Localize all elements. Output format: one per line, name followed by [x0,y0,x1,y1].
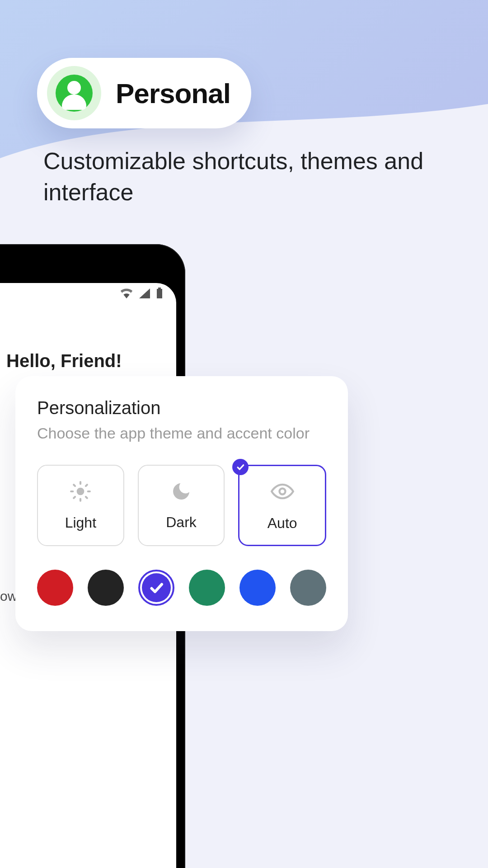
theme-label: Dark [166,514,197,531]
phone-status-bar [120,288,163,298]
svg-line-6 [86,496,87,498]
theme-label: Auto [267,515,297,532]
moon-icon [170,481,192,504]
signal-icon [139,288,150,298]
card-subtitle: Choose the app theme and accent color [37,425,326,442]
sun-icon [69,480,92,505]
accent-black[interactable] [88,570,124,606]
accent-purple[interactable] [138,570,174,606]
accent-swatches [37,570,326,606]
person-icon-wrap [47,66,101,120]
theme-options: Light Dark Auto [37,465,326,546]
svg-line-9 [74,496,75,498]
svg-point-11 [279,488,285,494]
greeting-text: Hello, Friend! [6,351,122,371]
selected-badge [232,459,249,475]
svg-rect-0 [158,288,161,289]
svg-line-5 [74,485,75,486]
pill-title: Personal [116,77,230,109]
svg-line-10 [86,485,87,486]
battery-icon [156,288,163,298]
personal-pill: Personal [37,58,251,128]
svg-point-2 [77,487,84,495]
person-icon [56,75,93,112]
eye-icon [271,480,294,505]
accent-green[interactable] [189,570,225,606]
theme-label: Light [65,514,96,531]
card-title: Personalization [37,398,326,418]
subheading: Customizable shortcuts, themes and inter… [43,146,447,208]
personalization-card: Personalization Choose the app theme and… [15,376,348,631]
theme-auto[interactable]: Auto [238,465,326,546]
check-icon [148,580,164,596]
wifi-icon [120,288,133,298]
accent-blue[interactable] [239,570,276,606]
theme-dark[interactable]: Dark [138,465,225,546]
accent-gray[interactable] [290,570,326,606]
accent-red[interactable] [37,570,73,606]
svg-rect-1 [157,289,162,298]
theme-light[interactable]: Light [37,465,124,546]
